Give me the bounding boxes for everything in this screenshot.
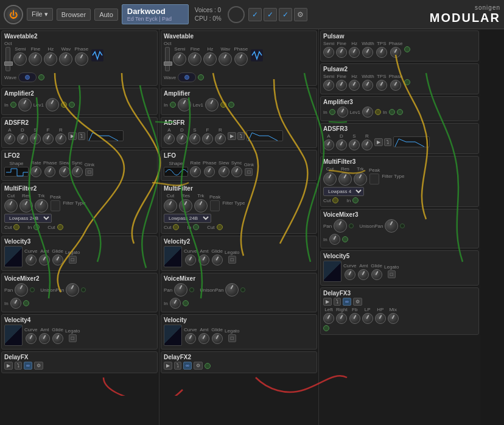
adsfr-a-knob[interactable]: [164, 133, 175, 144]
lfo-glnk-btn[interactable]: □: [245, 168, 253, 176]
lfo2-rate-knob[interactable]: [30, 166, 41, 177]
delayfx3-btn2[interactable]: ⤵: [334, 298, 341, 306]
v-glide-knob[interactable]: [212, 333, 223, 344]
ps2-semi-knob[interactable]: [323, 80, 334, 91]
adsfr3-r-knob[interactable]: [362, 139, 373, 150]
amp-in-port[interactable]: [170, 102, 176, 108]
v2-amt-knob[interactable]: [198, 255, 209, 265]
wt-wave-output-port[interactable]: [198, 74, 204, 80]
mf-filter-dropdown[interactable]: Lowpass 24B Highpass 24B Bandpass: [164, 214, 211, 223]
amp3-in1-knob[interactable]: [337, 107, 348, 118]
mf-trk-knob[interactable]: [194, 199, 208, 212]
v2-legato-btn[interactable]: □: [228, 256, 236, 264]
ps2-width-knob[interactable]: [362, 80, 373, 91]
ps2-out-port[interactable]: [404, 79, 410, 85]
adsfr-f-knob[interactable]: [202, 133, 213, 144]
vm3-unisonpan-knob[interactable]: [385, 219, 398, 233]
wt-semi-knob[interactable]: [173, 52, 186, 66]
delayfx2-btn3[interactable]: ∞: [183, 362, 192, 370]
auto-button[interactable]: Auto: [94, 9, 118, 21]
mf2-cut-knob[interactable]: [4, 199, 18, 212]
delayfx-btn4[interactable]: ⚙: [34, 362, 43, 370]
delayfx-btn1[interactable]: ▶: [4, 362, 13, 370]
fine-knob[interactable]: [29, 52, 42, 66]
vm-in-knob[interactable]: [170, 298, 181, 309]
wt-hz-knob[interactable]: [203, 52, 217, 66]
mf2-cut2-port[interactable]: [57, 224, 63, 230]
v4-glide-knob[interactable]: [52, 333, 63, 344]
mf2-trk-knob[interactable]: [35, 199, 48, 212]
lfo-sync-knob[interactable]: [231, 166, 242, 177]
v3-legato-btn[interactable]: □: [69, 256, 77, 264]
mf-cut-knob[interactable]: [164, 199, 177, 212]
ps-phase-knob[interactable]: [390, 47, 401, 58]
amp2-out-port[interactable]: [69, 102, 75, 108]
mf-res-knob[interactable]: [179, 199, 192, 212]
adsfr3-a-knob[interactable]: [323, 139, 334, 150]
vm3-in-knob[interactable]: [329, 234, 340, 245]
dfx3-mix-knob[interactable]: [388, 313, 399, 324]
adsfr2-btn1[interactable]: ▶: [68, 132, 77, 140]
ps-semi-knob[interactable]: [323, 47, 334, 58]
wt-oct-slider[interactable]: [165, 47, 170, 71]
ps2-fine-knob[interactable]: [336, 80, 347, 91]
v-curve-knob[interactable]: [185, 333, 196, 344]
vm2-in-port[interactable]: [23, 300, 29, 306]
delayfx2-btn1[interactable]: ▶: [164, 362, 172, 370]
delayfx2-in-port[interactable]: [205, 363, 211, 369]
transport-dial[interactable]: [228, 6, 245, 23]
vm2-unisonpan-knob[interactable]: [66, 283, 79, 297]
oct-slider[interactable]: [5, 47, 10, 71]
hz-knob[interactable]: [44, 52, 57, 66]
ps-hz-knob[interactable]: [349, 47, 360, 58]
wav-knob[interactable]: [59, 52, 72, 66]
dfx3-lp-knob[interactable]: [362, 313, 373, 324]
ps-out-port[interactable]: [404, 46, 410, 52]
dfx3-left-knob[interactable]: [323, 313, 334, 324]
lfo2-sync-knob[interactable]: [72, 166, 83, 177]
amp-out-port[interactable]: [228, 102, 234, 108]
wt-wave-indicator[interactable]: [178, 72, 196, 82]
delayfx-btn3[interactable]: ∞: [24, 362, 32, 370]
amp2-lev1-knob[interactable]: [46, 98, 59, 111]
mf3-res-knob[interactable]: [338, 172, 352, 186]
file-menu[interactable]: File ▾: [27, 8, 53, 21]
wt-phase-knob[interactable]: [234, 52, 248, 66]
ps2-tps-knob[interactable]: [376, 80, 387, 91]
dfx3-hp-knob[interactable]: [375, 313, 386, 324]
adsfr-d-knob[interactable]: [177, 133, 187, 144]
lfo-phase-knob[interactable]: [204, 166, 215, 177]
ps2-hz-knob[interactable]: [349, 80, 360, 91]
v5-legato-btn[interactable]: □: [388, 270, 396, 278]
mf3-trk-knob[interactable]: [354, 172, 367, 186]
adsfr3-s-knob[interactable]: [349, 139, 360, 150]
dfx3-in-port[interactable]: [323, 325, 329, 331]
vm-in-port[interactable]: [183, 300, 189, 306]
amp2-in-knob[interactable]: [18, 98, 32, 111]
mf3-cut-knob[interactable]: [323, 172, 337, 186]
amp3-lev1-port[interactable]: [375, 109, 381, 115]
toggle-icon-1[interactable]: ✓: [248, 8, 262, 21]
lfo2-phase-knob[interactable]: [44, 166, 55, 177]
delayfx2-btn2[interactable]: ⤵: [174, 362, 181, 370]
v-amt-knob[interactable]: [198, 333, 209, 344]
adsfr2-f-knob[interactable]: [43, 133, 54, 144]
mf-in-port[interactable]: [193, 224, 199, 230]
amp3-in1-port[interactable]: [329, 109, 335, 115]
ps2-phase-knob[interactable]: [390, 80, 401, 91]
amp-in-knob[interactable]: [178, 98, 191, 111]
wave-indicator[interactable]: [18, 72, 37, 82]
mf-cut2-port[interactable]: [217, 224, 223, 230]
phase-knob[interactable]: [75, 52, 88, 66]
mf3-filter-dropdown[interactable]: Lowpass 4 Highpass Bandpass: [323, 187, 364, 196]
mf3-cut-port[interactable]: [332, 197, 338, 203]
amp-lev1-port[interactable]: [220, 102, 226, 108]
ps-tps-knob[interactable]: [376, 47, 387, 58]
adsfr2-a-knob[interactable]: [4, 133, 15, 144]
adsfr-s-knob[interactable]: [189, 133, 200, 144]
vm-pan-knob[interactable]: [174, 283, 187, 297]
amp3-in2-port[interactable]: [389, 109, 395, 115]
v3-amt-knob[interactable]: [39, 255, 50, 265]
amp3-lev1-knob[interactable]: [362, 107, 373, 118]
adsfr-btn1[interactable]: ▶: [228, 132, 236, 140]
